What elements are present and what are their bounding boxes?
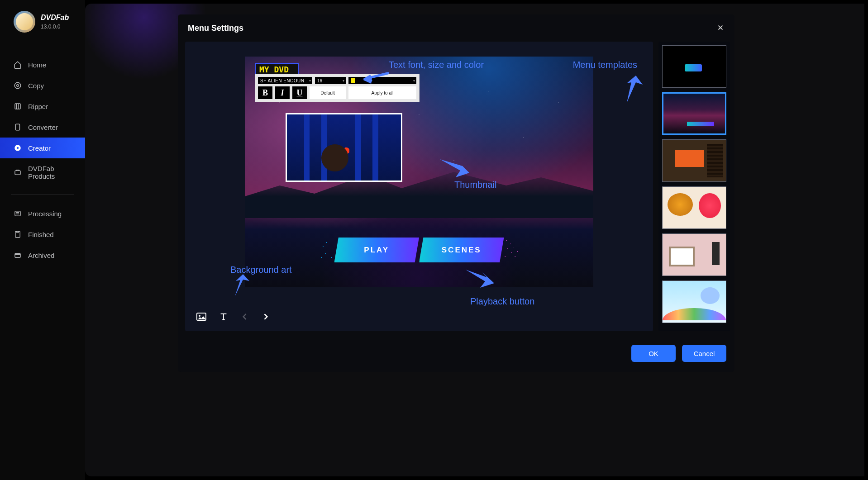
svg-marker-11 <box>627 76 643 103</box>
products-icon <box>14 168 22 176</box>
font-color-select[interactable] <box>348 77 416 84</box>
brand-avatar-icon <box>14 11 35 33</box>
sidebar-item-label: DVDFab Products <box>28 165 74 180</box>
sidebar-item-archived[interactable]: Archived <box>0 245 85 266</box>
font-size-select[interactable]: 16 <box>315 77 346 84</box>
sidebar-item-label: Archived <box>28 252 54 259</box>
svg-point-0 <box>14 82 21 89</box>
text-tool-icon[interactable] <box>219 312 229 322</box>
video-thumbnail[interactable] <box>286 113 402 182</box>
nav-separator <box>11 195 74 195</box>
sidebar-item-label: Processing <box>28 210 62 218</box>
apply-to-all-button[interactable]: Apply to all <box>348 86 416 99</box>
sidebar-item-processing[interactable]: Processing <box>0 203 85 224</box>
processing-icon <box>14 209 22 218</box>
ripper-icon <box>14 102 22 110</box>
sidebar-item-ripper[interactable]: Ripper <box>0 96 85 117</box>
sidebar-item-label: Finished <box>28 231 54 238</box>
template-item[interactable] <box>662 186 726 229</box>
nav-list: Home Copy Ripper Converter <box>0 43 85 266</box>
version-label: 13.0.0.0 <box>41 24 69 30</box>
svg-rect-6 <box>15 171 20 175</box>
sidebar-item-creator[interactable]: Creator <box>0 138 85 158</box>
italic-button[interactable]: I <box>275 86 290 99</box>
dvd-menu-canvas[interactable]: MY DVD SF ALIEN ENCOUN 16 B I <box>245 57 593 287</box>
bottom-tools <box>185 302 653 331</box>
playback-button-bar: PLAY SCENES <box>334 238 504 262</box>
cancel-button[interactable]: Cancel <box>682 345 726 362</box>
svg-rect-9 <box>15 253 20 257</box>
copy-icon <box>14 81 22 90</box>
finished-icon <box>14 230 22 238</box>
creator-icon <box>14 144 22 152</box>
chevron-left-icon[interactable] <box>240 312 249 321</box>
ok-button[interactable]: OK <box>631 345 676 362</box>
sidebar-item-label: Home <box>28 61 46 69</box>
template-item[interactable] <box>662 280 726 323</box>
decorative-dots-icon <box>310 238 334 262</box>
default-button[interactable]: Default <box>310 86 346 99</box>
sidebar-item-products[interactable]: DVDFab Products <box>0 158 85 186</box>
color-swatch-icon <box>351 78 355 83</box>
brand-name: DVDFab <box>41 14 69 22</box>
font-family-select[interactable]: SF ALIEN ENCOUN <box>258 77 312 84</box>
main-area: Menu Settings MY DVD SF ALIEN ENCOUN <box>85 4 864 476</box>
svg-rect-2 <box>15 104 20 109</box>
chevron-right-icon[interactable] <box>261 312 270 321</box>
sidebar-item-label: Copy <box>28 82 44 90</box>
bold-button[interactable]: B <box>258 86 272 99</box>
menu-settings-modal: Menu Settings MY DVD SF ALIEN ENCOUN <box>178 14 734 372</box>
svg-rect-3 <box>16 124 20 130</box>
scenes-button[interactable]: SCENES <box>419 238 504 262</box>
sidebar-item-finished[interactable]: Finished <box>0 224 85 245</box>
sidebar: DVDFab 13.0.0.0 Home Copy Rip <box>0 0 85 480</box>
svg-point-16 <box>199 315 200 317</box>
sidebar-item-label: Creator <box>28 144 51 152</box>
sidebar-item-converter[interactable]: Converter <box>0 117 85 138</box>
template-item[interactable] <box>662 45 726 88</box>
arrow-icon <box>618 73 645 105</box>
template-list[interactable] <box>658 42 730 331</box>
text-style-toolbar: SF ALIEN ENCOUN 16 B I U Default Apply <box>255 74 420 102</box>
close-icon[interactable] <box>716 23 725 33</box>
template-item[interactable] <box>662 139 726 182</box>
sidebar-item-home[interactable]: Home <box>0 54 85 75</box>
modal-title: Menu Settings <box>188 24 243 33</box>
home-icon <box>14 61 22 69</box>
preview-column: MY DVD SF ALIEN ENCOUN 16 B I <box>185 42 653 331</box>
archived-icon <box>14 251 22 259</box>
logo-section: DVDFab 13.0.0.0 <box>0 11 85 43</box>
background-image-icon[interactable] <box>196 311 207 322</box>
converter-icon <box>14 123 22 131</box>
template-item[interactable] <box>662 92 726 135</box>
svg-point-1 <box>17 85 19 87</box>
sidebar-item-copy[interactable]: Copy <box>0 75 85 96</box>
underline-button[interactable]: U <box>292 86 307 99</box>
decorative-dots-icon <box>504 235 529 260</box>
play-button[interactable]: PLAY <box>334 238 420 262</box>
sidebar-item-label: Converter <box>28 124 58 131</box>
svg-point-5 <box>17 147 19 149</box>
sidebar-item-label: Ripper <box>28 103 48 110</box>
template-item[interactable] <box>662 233 726 276</box>
